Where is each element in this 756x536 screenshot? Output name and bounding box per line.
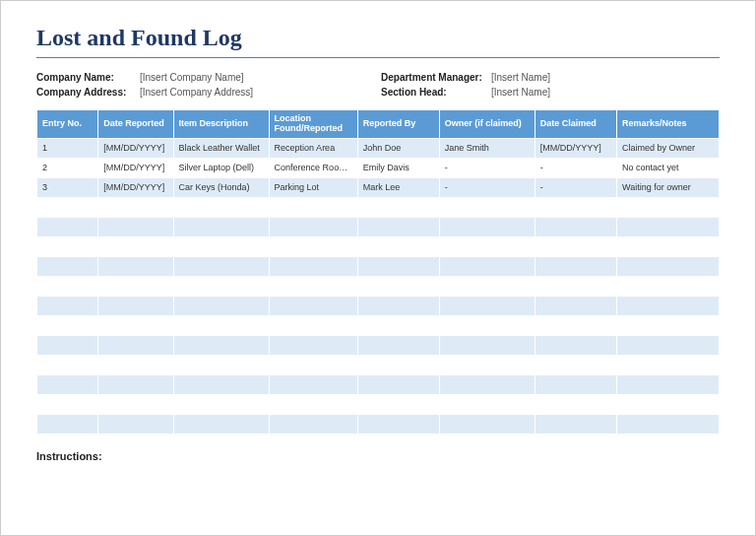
th-remarks: Remarks/Notes — [617, 110, 720, 139]
table-cell — [269, 236, 357, 256]
table-cell — [269, 394, 357, 414]
table-cell: John Doe — [357, 138, 439, 158]
table-cell — [617, 217, 720, 236]
table-cell — [357, 355, 439, 374]
table-cell — [269, 374, 357, 394]
table-cell: - — [439, 177, 535, 197]
th-date-claimed: Date Claimed — [535, 110, 616, 139]
table-cell — [439, 355, 535, 374]
table-cell — [617, 374, 720, 394]
th-entry-no: Entry No. — [37, 110, 98, 139]
table-cell — [173, 315, 269, 335]
meta-row-1: Company Name: [Insert Company Name] Depa… — [36, 72, 720, 83]
table-cell — [357, 374, 439, 394]
table-body: 1[MM/DD/YYYY]Black Leather WalletRecepti… — [37, 138, 720, 434]
table-cell: - — [535, 158, 616, 177]
table-row — [37, 296, 720, 315]
table-row: 2[MM/DD/YYYY]Silver Laptop (Dell)Confere… — [37, 158, 720, 177]
table-row: 3[MM/DD/YYYY]Car Keys (Honda)Parking Lot… — [37, 177, 720, 197]
th-item-description: Item Description — [173, 110, 269, 139]
table-cell: 3 — [37, 177, 98, 197]
table-cell — [98, 276, 173, 296]
table-cell — [98, 256, 173, 276]
table-cell — [173, 374, 269, 394]
table-row — [37, 414, 720, 434]
table-cell — [98, 355, 173, 374]
table-cell — [173, 256, 269, 276]
table-cell — [535, 374, 616, 394]
table-cell — [357, 276, 439, 296]
company-name-label: Company Name: — [36, 72, 140, 83]
table-cell: [MM/DD/YYYY] — [535, 138, 616, 158]
table-cell — [37, 236, 98, 256]
table-cell — [173, 394, 269, 414]
company-address-value: [Insert Company Address] — [140, 87, 253, 98]
table-cell — [37, 296, 98, 315]
table-cell — [269, 276, 357, 296]
table-cell: 1 — [37, 138, 98, 158]
table-cell — [439, 414, 535, 434]
table-cell — [269, 197, 357, 217]
th-reported-by: Reported By — [357, 110, 439, 139]
table-cell — [357, 296, 439, 315]
log-table-wrap: Entry No. Date Reported Item Description… — [36, 109, 720, 435]
table-cell: No contact yet — [617, 158, 720, 177]
table-cell: Black Leather Wallet — [173, 138, 269, 158]
meta-company-name: Company Name: [Insert Company Name] — [36, 72, 351, 83]
table-cell — [173, 355, 269, 374]
table-cell — [535, 217, 616, 236]
table-cell — [98, 414, 173, 434]
table-cell — [98, 296, 173, 315]
table-cell — [439, 256, 535, 276]
table-cell — [37, 276, 98, 296]
table-cell — [98, 197, 173, 217]
table-cell — [37, 374, 98, 394]
table-cell: Reception Area — [269, 138, 357, 158]
table-cell — [535, 414, 616, 434]
table-cell — [269, 414, 357, 434]
section-head-value: [Insert Name] — [491, 87, 550, 98]
meta-row-2: Company Address: [Insert Company Address… — [36, 87, 720, 98]
table-row — [37, 276, 720, 296]
table-cell — [439, 236, 535, 256]
table-cell — [98, 236, 173, 256]
table-row — [37, 374, 720, 394]
table-cell: Waiting for owner — [617, 177, 720, 197]
table-cell — [439, 394, 535, 414]
table-cell: Car Keys (Honda) — [173, 177, 269, 197]
table-cell — [37, 217, 98, 236]
table-cell — [535, 276, 616, 296]
table-cell — [617, 296, 720, 315]
table-cell — [98, 315, 173, 335]
table-cell — [37, 355, 98, 374]
table-cell: Conference Room B — [269, 158, 357, 177]
table-cell — [535, 236, 616, 256]
table-head: Entry No. Date Reported Item Description… — [37, 110, 720, 139]
company-address-label: Company Address: — [36, 87, 140, 98]
table-cell: - — [439, 158, 535, 177]
table-row — [37, 236, 720, 256]
table-cell — [535, 335, 616, 355]
table-cell — [37, 394, 98, 414]
table-cell — [357, 335, 439, 355]
table-cell — [357, 236, 439, 256]
dept-manager-value: [Insert Name] — [491, 72, 550, 83]
table-cell — [173, 197, 269, 217]
table-cell — [439, 315, 535, 335]
table-cell — [439, 335, 535, 355]
table-cell: [MM/DD/YYYY] — [98, 158, 173, 177]
table-cell — [173, 414, 269, 434]
table-cell: Emily Davis — [357, 158, 439, 177]
dept-manager-label: Department Manager: — [381, 72, 491, 83]
company-name-value: [Insert Company Name] — [140, 72, 244, 83]
table-row — [37, 217, 720, 236]
th-location: Location Found/Reported — [269, 110, 357, 139]
table-cell: Jane Smith — [439, 138, 535, 158]
table-cell — [98, 217, 173, 236]
table-row — [37, 394, 720, 414]
table-cell — [37, 197, 98, 217]
table-cell — [357, 197, 439, 217]
table-cell — [173, 296, 269, 315]
table-cell — [37, 414, 98, 434]
table-cell: - — [535, 177, 616, 197]
